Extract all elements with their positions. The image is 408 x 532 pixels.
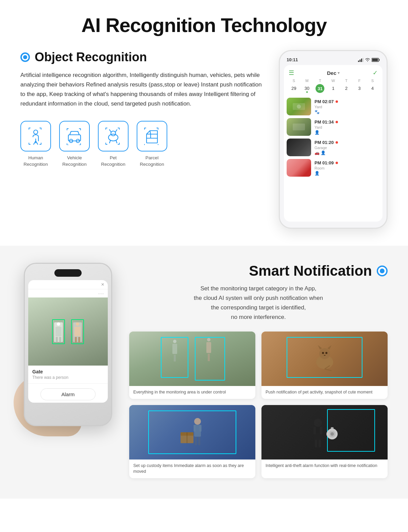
object-recognition-title: Object Recognition [35,50,147,64]
svg-point-0 [34,130,38,134]
cat-silhouette [311,343,338,374]
human-recognition-item: HumanRecognition [20,121,51,168]
svg-rect-8 [360,60,361,62]
parcel-recognition-item: ParcelRecognition [137,121,167,168]
notif-image-inner-parcel [129,405,255,460]
recognition-icons: HumanRecognition [20,121,265,168]
event-icon-person-2: 👤 [314,130,380,135]
phone-top-bar: ✕ [28,280,108,289]
cal-day-2: 2 [340,84,353,93]
calendar-days-row: 29 30 31 1 2 3 4 [287,84,379,93]
svg-point-25 [194,418,201,425]
event-item-2: PM 01:34 Yard 👤 [287,118,380,136]
blue-dot-lg-inner [380,269,385,273]
cal-day-1: 1 [327,84,340,93]
notif-image-parcel [129,405,255,460]
camera-view [28,297,108,366]
event-item-3: PM 01:20 Garage 🚗 👤 [287,139,380,156]
event-info-4: PM 01:09 Room 👤 [314,160,380,176]
parcel-recognition-label: ParcelRecognition [140,155,164,168]
notif-label-camera: Intelligent anti-theft alarm function wi… [261,460,388,472]
svg-point-21 [322,352,324,354]
alarm-info: Gate There was a person [28,366,108,384]
svg-rect-10 [363,58,364,62]
event-time-4: PM 01:09 [314,160,380,165]
event-location-1: Yard [314,105,380,109]
security-camera-icon [308,415,342,449]
wifi-icon [365,58,370,62]
phone-time: 10:11 [287,57,298,62]
event-thumb-4 [287,159,311,177]
svg-point-34 [314,419,322,427]
event-time-3: PM 01:20 [314,140,380,145]
event-dot-3 [336,141,338,144]
three-dots-icon: ··· [98,291,104,296]
event-thumb-3 [287,139,311,156]
section-bottom-inner: ✕ ··· [20,263,388,478]
section-smart-notification: ✕ ··· [0,246,408,499]
event-time-2: PM 01:34 [314,119,380,125]
smart-notification-title: Smart Notification [249,263,372,279]
person-silhouette-left [165,340,185,375]
phone-screen: ☰ Dec ▾ ✓ S M T W T [284,65,382,222]
svg-point-4 [108,134,118,141]
svg-marker-20 [327,345,332,350]
signal-icon [358,58,363,62]
calendar-list-icon: ☰ [289,69,294,77]
event-icon-car-3: 🚗 👤 [314,150,380,155]
phone-mockup-container: 10:11 [279,50,388,229]
alarm-button[interactable]: Alarm [40,388,95,400]
human-recognition-label: HumanRecognition [23,155,48,168]
cal-day-30: 30 [301,84,314,93]
notif-label-people: Everything in the monitoring area is und… [129,386,255,399]
pet-recognition-item: PetRecognition [98,121,129,168]
yard-camera-1-icon [292,100,306,113]
close-x-icon[interactable]: ✕ [101,282,104,287]
cal-day-3: 3 [353,84,366,93]
svg-rect-7 [358,61,359,62]
top-content: Object Recognition Artificial intelligen… [20,50,388,229]
phone-left: ✕ ··· [20,263,116,426]
section-ai-recognition: AI Recognition Technology Object Recogni… [0,0,408,246]
svg-rect-39 [319,440,321,447]
menu-dots-bar: ··· [28,289,108,297]
notif-item-parcel: Set up custody items Immediate alarm as … [129,405,255,478]
blue-dot-lg-icon [377,265,388,276]
person-silhouette-right [199,338,219,377]
phone-mockup: 10:11 [279,50,388,229]
parcel-recognition-icon-box [137,121,167,151]
human-icon [27,127,45,145]
event-thumb-2 [287,118,311,136]
person-figure-1 [54,322,63,342]
alarm-description: There was a person [32,375,104,380]
human-recognition-icon-box [20,121,51,151]
vehicle-recognition-item: VehicleRecognition [59,121,90,168]
calendar-days-header: S M T W T F S [287,79,379,83]
vehicle-recognition-label: VehicleRecognition [62,155,86,168]
calendar-grid: S M T W T F S 29 30 [284,79,382,96]
smart-description: Set the monitoring target category in th… [129,284,388,322]
svg-rect-1 [68,135,81,141]
cal-day-31: 31 [316,84,324,93]
notif-image-people [129,332,255,386]
vehicle-recognition-icon-box [59,121,90,151]
event-time-1: PM 02:07 [314,99,380,104]
calendar-month: Dec ▾ [327,70,340,76]
svg-rect-44 [326,432,330,436]
notif-item-camera: Intelligent anti-theft alarm function wi… [261,405,388,478]
svg-rect-28 [200,425,202,432]
event-info-3: PM 01:20 Garage 🚗 👤 [314,140,380,155]
parcel-icon [143,127,161,145]
smart-notification-header: Smart Notification [129,263,388,279]
event-icon-pet-1: 🐾 [314,110,380,114]
notification-grid: Everything in the monitoring area is und… [129,332,388,478]
description-text: Artificial intelligence recognition algo… [20,70,265,109]
svg-marker-19 [318,345,322,350]
svg-rect-38 [315,440,317,447]
svg-rect-13 [372,59,378,61]
svg-point-15 [297,104,301,109]
phone-inner-screen: ✕ ··· [28,280,108,403]
svg-rect-29 [195,437,197,445]
person-figure-2 [73,322,82,342]
parcel-person-silhouette [177,415,208,449]
